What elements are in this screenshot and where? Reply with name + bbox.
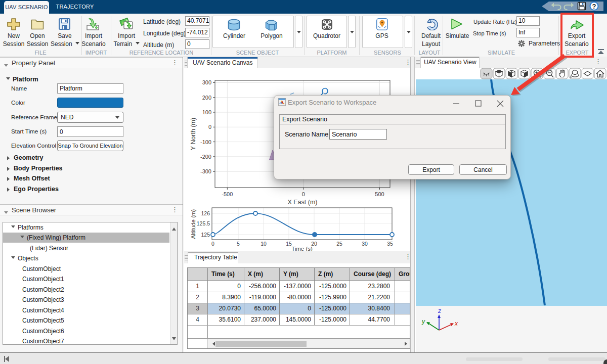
svg-text:126: 126 [201,210,210,216]
svg-text:Time (s): Time (s) [291,246,313,251]
svg-text:30: 30 [362,241,368,247]
svg-text:-500: -500 [222,191,233,197]
svg-text:200: 200 [202,95,211,101]
svg-text:Y North (m): Y North (m) [190,118,197,150]
svg-text:y: y [421,318,425,325]
svg-text:35: 35 [387,241,393,247]
svg-text:500: 500 [375,191,384,197]
svg-text:-200: -200 [200,154,211,160]
svg-text:-100: -100 [200,139,211,145]
svg-text:100: 100 [202,109,211,115]
svg-text:10: 10 [261,241,267,247]
svg-text:125: 125 [201,232,210,238]
svg-text:125.5: 125.5 [197,220,210,226]
svg-text:0: 0 [208,124,211,130]
svg-text:x: x [454,320,458,327]
svg-text:25: 25 [336,241,342,247]
svg-text:Altitude (m): Altitude (m) [190,209,196,239]
svg-text:0: 0 [211,241,214,247]
svg-text:5: 5 [237,241,240,247]
svg-text:z: z [438,307,441,314]
svg-text:0: 0 [302,191,305,197]
svg-text:?: ? [592,3,596,10]
svg-text:300: 300 [202,79,211,85]
svg-text:X East (m): X East (m) [287,199,317,206]
svg-text:-300: -300 [200,168,211,174]
